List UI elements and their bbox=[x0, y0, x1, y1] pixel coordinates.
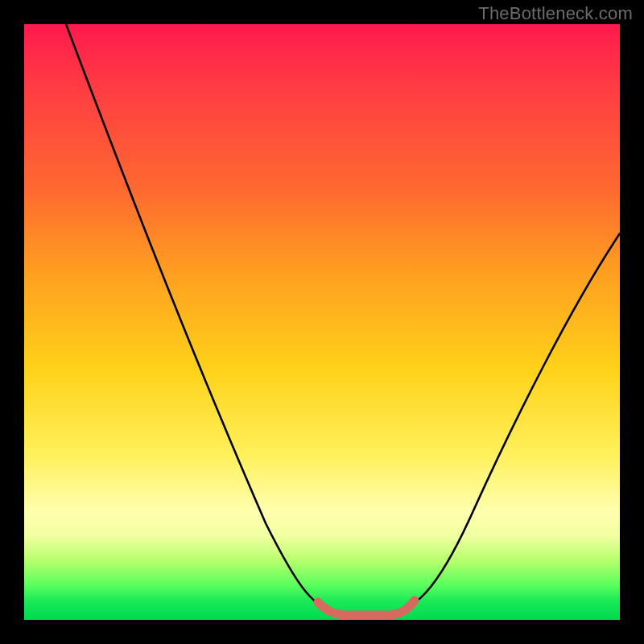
chart-frame: TheBottleneck.com bbox=[0, 0, 644, 644]
watermark-text: TheBottleneck.com bbox=[478, 3, 633, 24]
curve-path bbox=[66, 24, 620, 613]
plot-area bbox=[24, 24, 620, 620]
valley-highlight bbox=[318, 601, 415, 615]
bottleneck-curve bbox=[24, 24, 620, 620]
